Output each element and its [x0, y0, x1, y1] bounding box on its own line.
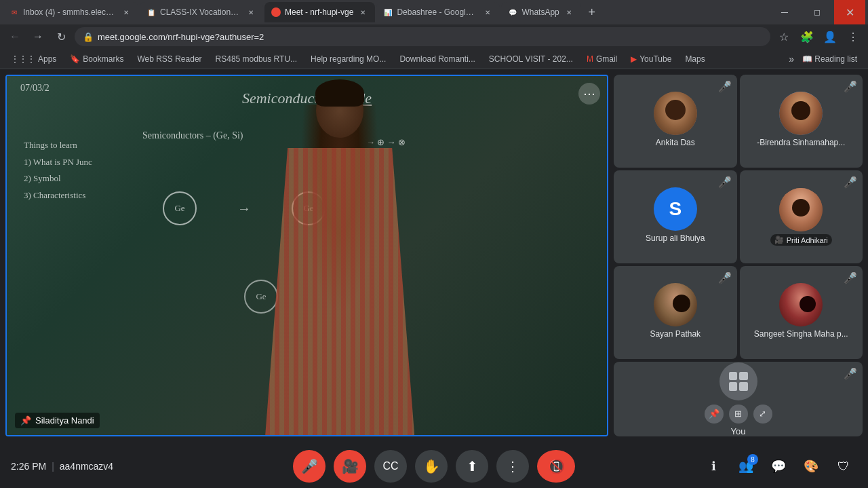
tab-class[interactable]: 📋 CLASS-IX Vocational Electronic... ✕ [140, 2, 263, 22]
participant-tile-sayan: Sayan Pathak 🎤 [614, 266, 737, 359]
bookmark-maps[interactable]: Maps [679, 53, 710, 65]
you-avatar-area [719, 362, 757, 400]
presenter-silhouette [175, 76, 505, 435]
participant-name-birendra: -Birendra Sinhamahap... [745, 135, 858, 151]
bookmark-rss[interactable]: Web RSS Reader [132, 53, 207, 65]
bookmark-star-button[interactable]: ☆ [774, 27, 793, 46]
mic-off-icon-sayan: 🎤 [718, 271, 732, 284]
present-icon: ⬆ [467, 458, 478, 474]
new-tab-button[interactable]: + [583, 3, 601, 22]
participant-name-priti: Priti Adhikari [787, 236, 828, 244]
you-pin-button[interactable]: 📌 [705, 405, 724, 424]
captions-button[interactable]: CC [374, 450, 407, 483]
people-count-badge: 8 [747, 454, 758, 465]
time-display: 2:26 PM | aa4nmcazv4 [11, 461, 119, 472]
browser-chrome: ✉ Inbox (4) - smmhs.elec@wbsc... ✕ 📋 CLA… [0, 0, 868, 69]
activities-button[interactable]: 🎨 [797, 453, 825, 480]
tab-sheets[interactable]: 📊 Debashree - Google Sheets ✕ [376, 2, 500, 22]
bookmark-download[interactable]: Download Romanti... [394, 53, 480, 65]
you-grid-button[interactable]: ⊞ [729, 405, 748, 424]
tab-bar: ✉ Inbox (4) - smmhs.elec@wbsc... ✕ 📋 CLA… [0, 0, 868, 24]
apps-icon: ⋮⋮⋮ [11, 54, 35, 64]
tab-gmail[interactable]: ✉ Inbox (4) - smmhs.elec@wbsc... ✕ [3, 2, 138, 22]
people-button[interactable]: 👥 8 [732, 453, 760, 480]
bookmark-bookmarks[interactable]: 🔖 Bookmarks [64, 53, 129, 65]
you-grid-icon [729, 372, 748, 391]
center-controls: 🎤 🎥 CC ✋ ⬆ ⋮ 📵 [293, 450, 575, 483]
avatar-surup: S [654, 187, 697, 231]
you-label: You [731, 426, 746, 436]
meet-favicon [271, 7, 281, 17]
more-options-button[interactable]: ⋯ [578, 83, 600, 105]
raise-hand-button[interactable]: ✋ [415, 450, 448, 483]
participant-tile-you: 🎤 📌 ⊞ ⤢ You [614, 362, 863, 436]
whatsapp-favicon: 💬 [508, 7, 517, 17]
you-fullscreen-button[interactable]: ⤢ [753, 405, 772, 424]
tab-whatsapp-label: WhatsApp [521, 7, 559, 17]
mic-off-icon-you: 🎤 [844, 367, 857, 380]
tab-whatsapp[interactable]: 💬 WhatsApp ✕ [501, 2, 580, 22]
hangup-button[interactable]: 📵 [537, 450, 575, 483]
tab-meet-close[interactable]: ✕ [357, 7, 368, 18]
class-favicon: 📋 [146, 7, 156, 17]
tab-class-close[interactable]: ✕ [245, 7, 256, 18]
participant-tile-priti: 🎥 Priti Adhikari 🎤 [740, 170, 863, 263]
address-bar: ← → ↻ 🔒 meet.google.com/nrf-hupi-vge?aut… [0, 24, 868, 49]
url-bar[interactable]: 🔒 meet.google.com/nrf-hupi-vge?authuser=… [75, 27, 770, 46]
activities-icon: 🎨 [804, 459, 818, 474]
safety-button[interactable]: 🛡 [830, 453, 857, 480]
bookmark-maps-label: Maps [685, 54, 705, 64]
mic-off-icon-priti: 🎤 [844, 176, 857, 189]
bookmark-gmail[interactable]: M Gmail [581, 53, 623, 65]
reload-button[interactable]: ↻ [52, 27, 71, 46]
maximize-button[interactable]: ◻ [802, 0, 833, 24]
more-bookmarks-button[interactable]: » [789, 54, 794, 64]
info-button[interactable]: ℹ [700, 453, 727, 480]
avatar-priti [779, 188, 823, 231]
tab-sheets-close[interactable]: ✕ [482, 7, 493, 18]
back-button[interactable]: ← [5, 27, 24, 46]
more-icon: ⋮ [506, 458, 519, 474]
bookmark-download-label: Download Romanti... [399, 54, 475, 64]
mic-button[interactable]: 🎤 [293, 450, 326, 483]
mic-icon: 🎤 [301, 458, 318, 474]
bookmark-rs485[interactable]: RS485 modbus RTU... [210, 53, 303, 65]
bookmark-gmail-label: Gmail [596, 54, 617, 64]
camera-button[interactable]: 🎥 [334, 450, 366, 483]
present-button[interactable]: ⬆ [456, 450, 488, 483]
reading-list-button[interactable]: 📖 Reading list [797, 53, 863, 65]
hangup-icon: 📵 [548, 458, 565, 474]
bookmark-youtube-label: YouTube [639, 54, 671, 64]
settings-button[interactable]: ⋮ [844, 27, 863, 46]
extension-puzzle-icon[interactable]: 🧩 [797, 27, 816, 46]
bookmark-help-label: Help regarding MO... [311, 54, 386, 64]
profile-icon[interactable]: 👤 [821, 27, 840, 46]
minimize-button[interactable]: ─ [769, 0, 800, 24]
participant-name-ankita: Ankita Das [619, 135, 732, 151]
raise-hand-icon: ✋ [423, 458, 440, 474]
tab-gmail-close[interactable]: ✕ [121, 7, 132, 18]
priti-camera-off: 🎥 Priti Adhikari [770, 234, 832, 246]
tab-whatsapp-close[interactable]: ✕ [564, 7, 574, 18]
chalkboard: 07/03/2 Semiconductor Diode Things to le… [7, 76, 607, 435]
bookmark-school[interactable]: SCHOOL VISIT - 202... [484, 53, 578, 65]
more-options-ctrl-button[interactable]: ⋮ [496, 450, 529, 483]
presenter-name: Siladitya Nandi [35, 415, 94, 426]
forward-button[interactable]: → [28, 27, 47, 46]
bookmark-apps[interactable]: ⋮⋮⋮ Apps [5, 53, 62, 65]
current-time: 2:26 PM [11, 461, 46, 472]
meet-main: 07/03/2 Semiconductor Diode Things to le… [0, 69, 868, 442]
youtube-icon: ▶ [631, 54, 637, 64]
bookmark-apps-label: Apps [38, 54, 56, 64]
camera-off-icon: 🎥 [774, 236, 784, 244]
bookmark-bar: ⋮⋮⋮ Apps 🔖 Bookmarks Web RSS Reader RS48… [0, 49, 868, 69]
bookmark-youtube[interactable]: ▶ YouTube [625, 53, 677, 65]
meet-bottom-bar: 2:26 PM | aa4nmcazv4 🎤 🎥 CC ✋ ⬆ ⋮ 📵 [0, 442, 868, 488]
tab-meet[interactable]: Meet - nrf-hupi-vge ✕ [264, 2, 375, 22]
participant-tile-ankita: Ankita Das 🎤 [614, 75, 737, 168]
close-button[interactable]: ✕ [834, 0, 865, 24]
lock-icon: 🔒 [83, 32, 94, 42]
bookmark-help[interactable]: Help regarding MO... [305, 53, 391, 65]
chat-button[interactable]: 💬 [765, 453, 792, 480]
url-text: meet.google.com/nrf-hupi-vge?authuser=2 [98, 32, 264, 42]
